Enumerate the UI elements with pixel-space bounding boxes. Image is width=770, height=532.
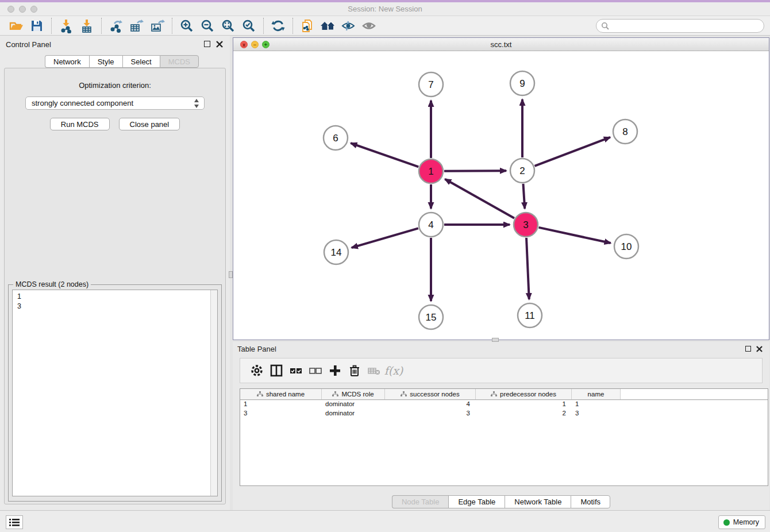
graph-node-label-15: 15 <box>426 312 437 323</box>
column-hierarchy-icon <box>257 391 263 397</box>
home-icon[interactable] <box>319 18 337 34</box>
graph-node-label-9: 9 <box>519 78 525 89</box>
network-canvas[interactable]: 7968124314101511 <box>233 51 769 340</box>
control-panel: Control Panel NetworkStyleSelectMCDS Opt… <box>0 36 230 510</box>
result-scrollbar[interactable] <box>210 290 217 496</box>
zoom-selected-icon[interactable] <box>240 18 257 34</box>
graph-node-label-3: 3 <box>523 219 528 230</box>
search-input[interactable] <box>612 21 764 31</box>
network-title: scc.txt <box>233 40 769 49</box>
control-tab-select[interactable]: Select <box>122 55 160 68</box>
main-toolbar <box>0 16 770 36</box>
mcds-panel: Optimization criterion: strongly connect… <box>4 68 226 504</box>
horizontal-divider-handle[interactable] <box>492 338 499 342</box>
column-header-MCDS-role[interactable]: MCDS role <box>322 389 385 399</box>
graph-edge-3-1[interactable] <box>445 179 514 218</box>
table-tabs: Node TableEdge TableNetwork TableMotifs <box>233 495 769 508</box>
import-table-icon[interactable] <box>78 18 95 34</box>
table-tab-edge-table[interactable]: Edge Table <box>448 495 505 508</box>
add-column-icon[interactable] <box>325 362 345 379</box>
column-hierarchy-icon <box>332 391 338 397</box>
table-float-panel-icon[interactable] <box>745 346 751 352</box>
apply-function-icon[interactable]: f(x) <box>384 362 403 379</box>
toolbar-separator <box>172 18 172 34</box>
export-table-icon[interactable] <box>128 18 145 34</box>
application-window: Session: New Session <box>0 0 770 532</box>
zoom-out-icon[interactable] <box>199 18 216 34</box>
graph-edge-4-14[interactable] <box>352 228 418 248</box>
table-close-panel-icon[interactable] <box>756 346 763 352</box>
graph-edge-3-10[interactable] <box>538 228 610 243</box>
table-panel: Table Panel f(x) <box>233 342 769 510</box>
memory-button[interactable]: Memory <box>718 515 765 529</box>
control-tab-network[interactable]: Network <box>45 55 89 68</box>
save-session-icon[interactable] <box>28 18 45 34</box>
column-header-predecessor-nodes[interactable]: predecessor nodes <box>476 389 572 399</box>
memory-status-icon <box>723 519 730 526</box>
split-panel-icon[interactable] <box>267 362 286 379</box>
column-header-label: successor nodes <box>410 391 459 398</box>
run-mcds-button[interactable]: Run MCDS <box>50 118 110 130</box>
select-all-columns-icon[interactable] <box>286 362 306 379</box>
table-cell: 1 <box>476 400 572 409</box>
column-header-name[interactable]: name <box>572 389 621 399</box>
close-panel-button[interactable]: Close panel <box>119 118 180 130</box>
graph-node-label-2: 2 <box>519 165 525 176</box>
export-image-icon[interactable] <box>149 18 166 34</box>
mcds-result-line: 1 <box>17 292 217 302</box>
table-cell: 1 <box>240 400 322 409</box>
graph-edge-2-3[interactable] <box>523 184 525 209</box>
task-history-button[interactable] <box>6 515 23 529</box>
optimization-criterion-select[interactable]: strongly connected component <box>25 97 205 110</box>
table-cell: dominator <box>322 400 385 409</box>
export-network-icon[interactable] <box>107 18 125 34</box>
graph-edge-2-8[interactable] <box>535 137 610 166</box>
import-network-icon[interactable] <box>57 18 75 34</box>
table-cell: 3 <box>572 409 621 418</box>
close-panel-icon[interactable] <box>216 41 223 48</box>
table-tab-node-table[interactable]: Node Table <box>392 495 449 508</box>
table-tab-motifs[interactable]: Motifs <box>571 495 610 508</box>
network-window-titlebar: x − + scc.txt <box>233 38 769 51</box>
column-hierarchy-icon <box>491 391 497 397</box>
table-row[interactable]: 3dominator323 <box>240 409 768 418</box>
list-icon <box>9 518 20 526</box>
control-panel-header: Control Panel <box>0 36 230 52</box>
delete-columns-icon[interactable] <box>345 362 364 379</box>
window-titlebar: Session: New Session <box>0 2 770 16</box>
table-tab-network-table[interactable]: Network Table <box>505 495 571 508</box>
deselect-all-columns-icon[interactable] <box>306 362 325 379</box>
column-header-label: predecessor nodes <box>500 391 556 398</box>
duplicate-network-icon[interactable] <box>299 18 316 34</box>
graph-node-label-4: 4 <box>428 219 433 230</box>
status-bar: Memory <box>0 510 770 532</box>
column-header-label: name <box>588 391 605 398</box>
show-hide-preview-icon[interactable] <box>361 18 378 34</box>
graph-edge-1-2[interactable] <box>444 171 506 171</box>
column-header-label: MCDS role <box>341 391 374 398</box>
zoom-fit-icon[interactable] <box>220 18 237 34</box>
control-tab-style[interactable]: Style <box>89 55 122 68</box>
column-header-label: shared name <box>266 391 305 398</box>
session-title: Session: New Session <box>0 5 770 13</box>
column-header-shared-name[interactable]: shared name <box>240 389 322 399</box>
search-field[interactable] <box>596 19 764 33</box>
toggle-graphics-details-icon[interactable] <box>340 18 357 34</box>
mcds-result-line: 3 <box>17 302 217 311</box>
control-tab-mcds[interactable]: MCDS <box>160 55 199 68</box>
graph-edge-3-11[interactable] <box>526 238 529 299</box>
graph-edge-1-6[interactable] <box>351 143 418 167</box>
table-row[interactable]: 1dominator411 <box>240 400 768 409</box>
graph-node-label-1: 1 <box>428 166 433 177</box>
mcds-result-group: MCDS result (2 nodes) 13 <box>8 284 222 502</box>
open-session-icon[interactable] <box>7 18 25 34</box>
zoom-in-icon[interactable] <box>178 18 195 34</box>
delete-table-icon[interactable] <box>364 362 384 379</box>
table-header-row: shared nameMCDS rolesuccessor nodesprede… <box>240 389 768 400</box>
table-settings-gear-icon[interactable] <box>247 362 267 379</box>
mcds-result-text[interactable]: 13 <box>12 290 218 496</box>
refresh-icon[interactable] <box>270 18 287 34</box>
column-header-successor-nodes[interactable]: successor nodes <box>385 389 476 399</box>
vertical-divider-handle[interactable] <box>229 271 233 278</box>
float-panel-icon[interactable] <box>204 41 210 47</box>
